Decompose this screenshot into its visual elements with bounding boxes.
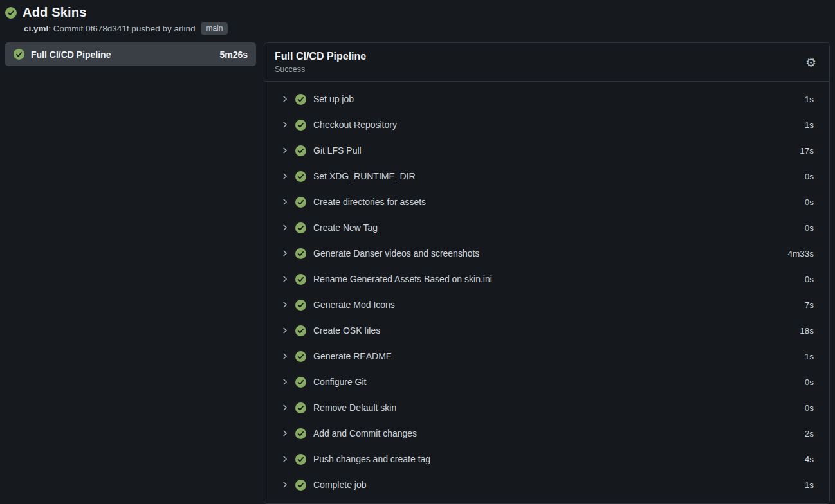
chevron-right-icon xyxy=(280,172,289,180)
step-duration: 0s xyxy=(805,223,814,233)
step-row[interactable]: Set up job 1s xyxy=(264,86,829,112)
step-name: Add and Commit changes xyxy=(313,428,799,438)
jobs-sidebar: Full CI/CD Pipeline 5m26s xyxy=(5,42,256,66)
check-circle-icon xyxy=(295,480,306,491)
check-circle-icon xyxy=(295,300,306,310)
chevron-right-icon xyxy=(280,249,289,257)
commit-line: ci.yml: Commit 0f678d341f pushed by arli… xyxy=(24,24,195,33)
chevron-right-icon xyxy=(280,327,289,334)
step-duration: 1s xyxy=(805,94,814,104)
step-row[interactable]: Checkout Repository 1s xyxy=(264,112,829,138)
check-circle-icon xyxy=(295,454,306,465)
step-name: Remove Default skin xyxy=(313,402,799,413)
step-row[interactable]: Generate README 1s xyxy=(264,343,829,369)
step-duration: 7s xyxy=(805,300,814,310)
check-circle-icon xyxy=(295,248,306,259)
step-name: Generate Danser videos and screenshots xyxy=(313,248,782,258)
step-duration: 0s xyxy=(805,377,814,387)
step-name: Push changes and create tag xyxy=(313,454,799,464)
chevron-right-icon xyxy=(280,481,289,489)
job-name: Full CI/CD Pipeline xyxy=(31,50,213,60)
branch-badge[interactable]: main xyxy=(201,22,228,35)
step-row[interactable]: Add and Commit changes 2s xyxy=(264,420,829,446)
step-row[interactable]: Complete job 1s xyxy=(264,472,829,498)
check-circle-icon xyxy=(295,171,306,182)
step-name: Set XDG_RUNTIME_DIR xyxy=(313,171,799,181)
step-duration: 0s xyxy=(805,274,814,284)
step-duration: 1s xyxy=(805,480,814,490)
check-circle-icon xyxy=(295,274,306,285)
chevron-right-icon xyxy=(280,352,289,360)
step-name: Complete job xyxy=(313,480,799,490)
step-duration: 4s xyxy=(805,455,814,464)
step-row[interactable]: Generate Mod Icons 7s xyxy=(264,292,829,318)
check-circle-icon xyxy=(14,49,24,60)
chevron-right-icon xyxy=(280,275,289,283)
run-subtitle: ci.yml: Commit 0f678d341f pushed by arli… xyxy=(24,22,830,35)
commit-info: : Commit 0f678d341f pushed by arlind xyxy=(48,24,195,33)
step-name: Generate README xyxy=(313,351,799,361)
step-name: Set up job xyxy=(313,94,799,104)
check-circle-icon xyxy=(295,145,306,156)
step-row[interactable]: Git LFS Pull 17s xyxy=(264,138,829,163)
step-row[interactable]: Configure Git 0s xyxy=(264,369,829,395)
chevron-right-icon xyxy=(280,404,289,411)
step-duration: 4m33s xyxy=(787,249,814,258)
run-header: Add Skins ci.yml: Commit 0f678d341f push… xyxy=(5,4,830,35)
chevron-right-icon xyxy=(280,429,289,437)
chevron-right-icon xyxy=(280,224,289,231)
step-name: Create directories for assets xyxy=(313,197,799,207)
step-name: Generate Mod Icons xyxy=(313,300,799,310)
job-duration: 5m26s xyxy=(219,50,248,60)
workflow-run-page: Add Skins ci.yml: Commit 0f678d341f push… xyxy=(0,0,835,504)
check-circle-icon xyxy=(295,222,306,233)
check-circle-icon xyxy=(295,377,306,388)
step-row[interactable]: Create OSK files 18s xyxy=(264,318,829,343)
check-circle-icon xyxy=(295,197,306,208)
chevron-right-icon xyxy=(280,121,289,129)
step-name: Checkout Repository xyxy=(313,120,799,130)
step-name: Create New Tag xyxy=(313,222,799,233)
step-row[interactable]: Create New Tag 0s xyxy=(264,215,829,240)
sidebar-job-item[interactable]: Full CI/CD Pipeline 5m26s xyxy=(5,42,256,66)
chevron-right-icon xyxy=(280,147,289,154)
step-duration: 1s xyxy=(805,120,814,130)
chevron-right-icon xyxy=(280,301,289,309)
chevron-right-icon xyxy=(280,95,289,103)
step-duration: 17s xyxy=(800,146,814,156)
step-name: Rename Generated Assets Based on skin.in… xyxy=(313,274,799,284)
step-row[interactable]: Create directories for assets 0s xyxy=(264,189,829,215)
step-row[interactable]: Generate Danser videos and screenshots 4… xyxy=(264,240,829,266)
step-row[interactable]: Remove Default skin 0s xyxy=(264,395,829,420)
run-title: Add Skins xyxy=(23,5,87,20)
gear-icon[interactable]: ⚙ xyxy=(803,55,819,70)
step-list: Set up job 1s Checkout Repository 1s Git… xyxy=(264,82,829,503)
step-duration: 18s xyxy=(800,326,814,336)
step-row[interactable]: Push changes and create tag 4s xyxy=(264,446,829,472)
workflow-file: ci.yml xyxy=(24,24,48,33)
check-circle-icon xyxy=(295,351,306,362)
step-name: Configure Git xyxy=(313,377,799,387)
step-row[interactable]: Rename Generated Assets Based on skin.in… xyxy=(264,266,829,292)
step-duration: 0s xyxy=(805,172,814,181)
check-circle-icon xyxy=(295,428,306,439)
job-title: Full CI/CD Pipeline xyxy=(275,51,803,62)
step-duration: 0s xyxy=(805,197,814,207)
check-circle-icon xyxy=(5,7,17,19)
step-name: Create OSK files xyxy=(313,325,794,336)
check-circle-icon xyxy=(295,120,306,130)
chevron-right-icon xyxy=(280,378,289,386)
check-circle-icon xyxy=(295,402,306,413)
chevron-right-icon xyxy=(280,455,289,463)
job-status: Success xyxy=(275,65,803,74)
step-duration: 0s xyxy=(805,403,814,413)
chevron-right-icon xyxy=(280,198,289,206)
step-duration: 1s xyxy=(805,352,814,361)
panel-header: Full CI/CD Pipeline Success ⚙ xyxy=(264,43,829,81)
check-circle-icon xyxy=(295,94,306,105)
step-name: Git LFS Pull xyxy=(313,145,794,156)
step-row[interactable]: Set XDG_RUNTIME_DIR 0s xyxy=(264,163,829,189)
check-circle-icon xyxy=(295,325,306,336)
step-duration: 2s xyxy=(805,429,814,438)
job-detail-panel: Full CI/CD Pipeline Success ⚙ Set up job… xyxy=(264,42,830,504)
